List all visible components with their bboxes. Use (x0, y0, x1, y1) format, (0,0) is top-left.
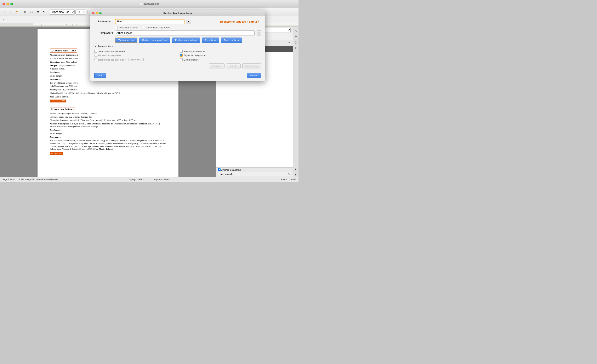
dialog-min-btn[interactable] (96, 12, 98, 14)
close-button[interactable] (2, 3, 5, 5)
properties-icon-btn[interactable]: ≡ (293, 46, 298, 50)
fermer-btn[interactable]: Fermer (247, 73, 261, 78)
pilcrow-btn[interactable]: ¶ (41, 9, 47, 15)
section2-localisation-text: Salle à manger. (50, 133, 166, 135)
right-panel-footer: Afficher les aperçus Tous les styles (216, 167, 293, 177)
opt-replace-back-checkbox[interactable] (180, 50, 183, 53)
opt-regex-label: Expressions régulières (98, 54, 121, 57)
match-case-item: Respecter la casse (115, 26, 138, 29)
minimize-button[interactable] (7, 3, 9, 5)
status-bar: Page 1 de 87 1 972 mots, 8 787 caractère… (0, 177, 298, 182)
match-case-checkbox[interactable] (115, 26, 118, 29)
format-btn-group: Attributs... Format... Aucun format (209, 63, 261, 68)
svg-text:4: 4 (66, 24, 67, 25)
dialog-traffic[interactable] (92, 12, 102, 14)
zoom-info: 65 % (291, 178, 296, 181)
dialog-max-btn[interactable] (99, 12, 102, 14)
other-options-label: Autres options (98, 45, 114, 48)
toggle-triangle: ▼ (94, 45, 96, 48)
opt-similarity-label: Rechercher des similaritiés (98, 58, 126, 61)
provenance-text3: Molkte (1710-1792) ; transmission (50, 88, 166, 91)
status-center: Style par défaut Langues multiples (129, 178, 169, 181)
arrows-btn[interactable]: ⇄ (35, 9, 40, 15)
check-green-btn[interactable]: ✓ (8, 9, 13, 15)
similarities-btn[interactable]: Similarités... (128, 58, 143, 61)
font-selector[interactable]: Times New Ror (50, 9, 75, 15)
svg-text:2: 2 (45, 24, 45, 25)
inv-badge-row2: Inv. Steve ??? (50, 152, 166, 156)
whole-words-item: Mots entiers uniquement (142, 26, 171, 29)
aide-btn[interactable]: Aide (94, 73, 106, 78)
table-btn[interactable]: ⊞ (23, 9, 28, 15)
format-btn[interactable]: Format... (226, 63, 241, 68)
provenance-text2: de la Manufacture pour 720 livres (50, 85, 166, 88)
search-all-btn[interactable]: Tout rechercher (115, 38, 137, 43)
opt-para-styles-checkbox[interactable]: ✓ (180, 54, 183, 57)
match-case-label: Respecter la casse (118, 26, 138, 29)
inv-badge2: Inv. Steve ??? (50, 152, 63, 155)
replace-btn[interactable]: Remplacer (202, 38, 219, 43)
navigator-icon-btn[interactable]: ⊕ (293, 34, 298, 39)
scroll-up-btn[interactable]: ▲ (293, 166, 298, 171)
opt-para-styles-label: Styles de paragraphe (184, 54, 206, 57)
gallery-icon-btn[interactable]: ⬚ (293, 40, 298, 44)
sep1 (21, 10, 21, 14)
opt-regex-item: Expressions régulières (94, 54, 176, 57)
section2-provenance: Provenance : (50, 136, 166, 139)
other-options-toggle[interactable]: ▼ Autres options (94, 45, 261, 48)
opt-similarity-item: Rechercher des similaritiés Similarités.… (94, 58, 176, 61)
opt-comments-checkbox[interactable] (180, 58, 183, 61)
section1-title: 1. Cuvette à fleurs « Court (50, 48, 77, 53)
show-preview-label[interactable]: Afficher les aperçus (218, 168, 291, 171)
search-input[interactable] (115, 19, 184, 24)
opt-regex-checkbox[interactable] (94, 54, 97, 57)
replace-row: Remplacer : ▼ (94, 31, 261, 35)
replace-input[interactable] (115, 31, 255, 35)
svg-text:1: 1 (34, 24, 34, 25)
replace-all-btn[interactable]: Tout remplacer (221, 38, 242, 43)
find-replace-dialog: Rechercher & remplacer Rechercher : ▼ Re… (90, 10, 265, 81)
replace-dropdown-btn[interactable]: ▼ (257, 31, 261, 35)
dimensions-label: Dimensions (50, 61, 60, 63)
search-next-btn[interactable]: Rechercher le suivant (172, 38, 200, 43)
opt-selection-label: Sélection active seulement (98, 50, 126, 53)
dialog-close-btn[interactable] (92, 12, 94, 14)
checkmark-btn[interactable]: ✓ (2, 9, 7, 15)
view-info: Plan 2 (281, 178, 287, 181)
section2-prov-text: Très vraisemblablement acquise, au cours… (50, 139, 166, 151)
dialog-title-bar: Rechercher & remplacer (90, 10, 265, 16)
styles-icon-btn[interactable]: A (293, 28, 298, 33)
new-style-btn[interactable]: + (282, 41, 286, 45)
provenance-text4: Molkte-Huitfeldt (1829-1896)? ; Coll. du… (50, 92, 166, 95)
sep2 (48, 10, 48, 14)
show-preview-checkbox[interactable] (218, 168, 220, 171)
flag-btn[interactable]: ⚑ (14, 9, 19, 15)
whole-words-label: Mots entiers uniquement (146, 26, 171, 29)
section2-title: 2. Vase «Urne Antique » (50, 107, 75, 111)
maximize-button[interactable] (10, 3, 13, 5)
svg-text:3: 3 (55, 24, 56, 25)
font-size-selector[interactable]: 14 (75, 9, 86, 15)
inv-badge-row1: ✓ Inv. Steve 4751 (50, 100, 166, 103)
opt-replace-back-label: Remplacer à rebours (184, 50, 205, 53)
search-prev-btn[interactable]: Rechercher le précédent (139, 38, 170, 43)
attributes-btn[interactable]: Attributs... (209, 63, 225, 68)
styles-filter-select[interactable]: Tous les styles (218, 172, 291, 176)
no-format-btn[interactable]: Aucun format (242, 63, 261, 68)
options-grid: Sélection active seulement Remplacer à r… (94, 50, 261, 61)
search-all-text[interactable]: Rechercher tous les « Titre 2 » (193, 20, 261, 23)
back-button[interactable]: ‹ (2, 17, 6, 22)
frame-btn[interactable]: ⬚ (29, 9, 34, 15)
opt-selection-checkbox[interactable] (94, 50, 97, 53)
edit-style-btn[interactable]: ✎ (287, 41, 291, 45)
whole-words-checkbox[interactable] (142, 26, 145, 29)
dialog-body: Rechercher : ▼ Rechercher tous les « Tit… (90, 16, 265, 81)
provenance-text5: Mme Maurice Ephrussi. (50, 96, 166, 99)
style-info: Style par défaut (129, 178, 143, 181)
scroll-down-btn[interactable]: ▼ (293, 172, 298, 177)
opt-selection-item: Sélection active seulement (94, 50, 176, 53)
search-dropdown-btn[interactable]: ▼ (187, 19, 191, 24)
inv-badge1: ✓ Inv. Steve 4751 (50, 100, 66, 102)
opt-similarity-checkbox[interactable] (94, 58, 97, 61)
window-controls[interactable] (0, 3, 13, 5)
